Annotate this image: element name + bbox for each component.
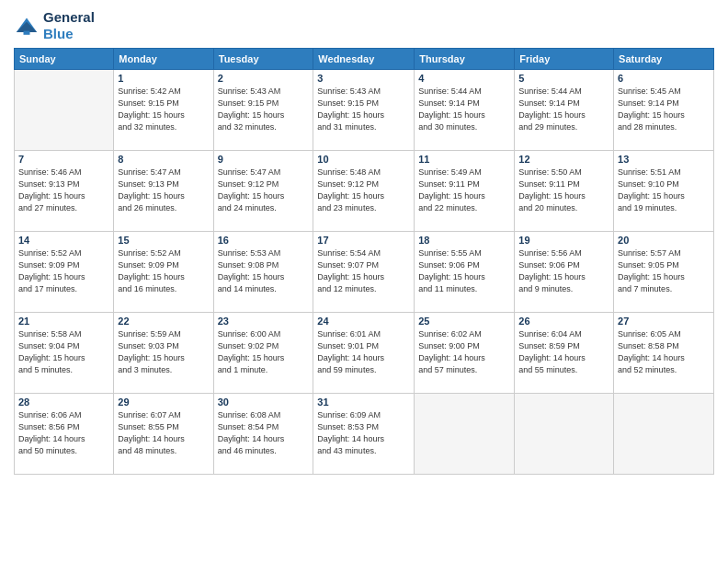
calendar-empty-cell — [15, 70, 114, 151]
day-number: 31 — [317, 396, 410, 408]
calendar-day-28: 28Sunrise: 6:06 AM Sunset: 8:56 PM Dayli… — [15, 394, 114, 475]
day-number: 12 — [518, 154, 609, 165]
day-number: 28 — [18, 396, 109, 408]
weekday-header-saturday: Saturday — [614, 49, 714, 70]
day-number: 14 — [18, 235, 109, 246]
calendar-day-8: 8Sunrise: 5:47 AM Sunset: 9:13 PM Daylig… — [114, 151, 213, 232]
day-info: Sunrise: 5:45 AM Sunset: 9:14 PM Dayligh… — [618, 86, 710, 133]
calendar-day-19: 19Sunrise: 5:56 AM Sunset: 9:06 PM Dayli… — [515, 232, 614, 313]
weekday-header-tuesday: Tuesday — [213, 49, 313, 70]
calendar-day-25: 25Sunrise: 6:02 AM Sunset: 9:00 PM Dayli… — [415, 313, 515, 394]
day-info: Sunrise: 6:02 AM Sunset: 9:00 PM Dayligh… — [418, 328, 510, 376]
calendar-day-16: 16Sunrise: 5:53 AM Sunset: 9:08 PM Dayli… — [213, 232, 313, 313]
day-number: 26 — [518, 316, 609, 327]
day-number: 19 — [518, 235, 609, 246]
day-info: Sunrise: 5:43 AM Sunset: 9:15 PM Dayligh… — [218, 86, 310, 133]
day-number: 6 — [618, 73, 710, 84]
calendar-week-row: 28Sunrise: 6:06 AM Sunset: 8:56 PM Dayli… — [15, 394, 714, 475]
calendar-day-6: 6Sunrise: 5:45 AM Sunset: 9:14 PM Daylig… — [614, 70, 714, 151]
day-info: Sunrise: 5:51 AM Sunset: 9:10 PM Dayligh… — [618, 167, 710, 214]
day-info: Sunrise: 5:42 AM Sunset: 9:15 PM Dayligh… — [118, 86, 209, 133]
weekday-header-friday: Friday — [515, 49, 614, 70]
logo-icon — [14, 13, 40, 39]
day-number: 10 — [317, 154, 410, 165]
calendar-table: SundayMondayTuesdayWednesdayThursdayFrid… — [14, 48, 714, 475]
calendar-day-11: 11Sunrise: 5:49 AM Sunset: 9:11 PM Dayli… — [415, 151, 515, 232]
calendar-day-14: 14Sunrise: 5:52 AM Sunset: 9:09 PM Dayli… — [15, 232, 114, 313]
day-info: Sunrise: 5:49 AM Sunset: 9:11 PM Dayligh… — [418, 167, 510, 214]
day-number: 7 — [18, 154, 109, 165]
calendar-day-13: 13Sunrise: 5:51 AM Sunset: 9:10 PM Dayli… — [614, 151, 714, 232]
day-info: Sunrise: 5:44 AM Sunset: 9:14 PM Dayligh… — [418, 86, 510, 133]
calendar-day-31: 31Sunrise: 6:09 AM Sunset: 8:53 PM Dayli… — [313, 394, 415, 475]
day-number: 3 — [317, 73, 410, 84]
day-info: Sunrise: 5:48 AM Sunset: 9:12 PM Dayligh… — [317, 167, 410, 214]
day-number: 17 — [317, 235, 410, 246]
svg-rect-2 — [24, 31, 30, 35]
day-info: Sunrise: 6:01 AM Sunset: 9:01 PM Dayligh… — [317, 328, 410, 376]
calendar-day-15: 15Sunrise: 5:52 AM Sunset: 9:09 PM Dayli… — [114, 232, 213, 313]
day-number: 29 — [118, 396, 209, 408]
day-number: 2 — [218, 73, 310, 84]
calendar-day-4: 4Sunrise: 5:44 AM Sunset: 9:14 PM Daylig… — [415, 70, 515, 151]
logo: General Blue — [14, 9, 95, 42]
day-info: Sunrise: 5:47 AM Sunset: 9:13 PM Dayligh… — [118, 167, 209, 214]
svg-marker-1 — [17, 22, 37, 32]
calendar-empty-cell — [415, 394, 515, 475]
day-number: 9 — [218, 154, 310, 165]
day-number: 27 — [618, 316, 710, 327]
day-info: Sunrise: 5:53 AM Sunset: 9:08 PM Dayligh… — [218, 247, 310, 295]
day-info: Sunrise: 6:05 AM Sunset: 8:58 PM Dayligh… — [618, 328, 710, 376]
day-info: Sunrise: 6:06 AM Sunset: 8:56 PM Dayligh… — [18, 409, 109, 457]
calendar-day-27: 27Sunrise: 6:05 AM Sunset: 8:58 PM Dayli… — [614, 313, 714, 394]
weekday-header-thursday: Thursday — [415, 49, 515, 70]
calendar-day-22: 22Sunrise: 5:59 AM Sunset: 9:03 PM Dayli… — [114, 313, 213, 394]
day-info: Sunrise: 6:09 AM Sunset: 8:53 PM Dayligh… — [317, 409, 410, 457]
calendar-day-12: 12Sunrise: 5:50 AM Sunset: 9:11 PM Dayli… — [515, 151, 614, 232]
day-number: 13 — [618, 154, 710, 165]
day-number: 24 — [317, 316, 410, 327]
day-number: 16 — [218, 235, 310, 246]
calendar-day-18: 18Sunrise: 5:55 AM Sunset: 9:06 PM Dayli… — [415, 232, 515, 313]
day-info: Sunrise: 5:55 AM Sunset: 9:06 PM Dayligh… — [418, 247, 510, 295]
calendar-day-3: 3Sunrise: 5:43 AM Sunset: 9:15 PM Daylig… — [313, 70, 415, 151]
day-number: 4 — [418, 73, 510, 84]
weekday-header-sunday: Sunday — [15, 49, 114, 70]
day-info: Sunrise: 5:54 AM Sunset: 9:07 PM Dayligh… — [317, 247, 410, 295]
day-info: Sunrise: 5:52 AM Sunset: 9:09 PM Dayligh… — [18, 247, 109, 295]
day-number: 15 — [118, 235, 209, 246]
day-number: 1 — [118, 73, 209, 84]
calendar-day-23: 23Sunrise: 6:00 AM Sunset: 9:02 PM Dayli… — [213, 313, 313, 394]
calendar-day-30: 30Sunrise: 6:08 AM Sunset: 8:54 PM Dayli… — [213, 394, 313, 475]
day-info: Sunrise: 5:50 AM Sunset: 9:11 PM Dayligh… — [518, 167, 609, 214]
day-number: 23 — [218, 316, 310, 327]
calendar-day-9: 9Sunrise: 5:47 AM Sunset: 9:12 PM Daylig… — [213, 151, 313, 232]
calendar-day-20: 20Sunrise: 5:57 AM Sunset: 9:05 PM Dayli… — [614, 232, 714, 313]
day-number: 11 — [418, 154, 510, 165]
calendar-week-row: 21Sunrise: 5:58 AM Sunset: 9:04 PM Dayli… — [15, 313, 714, 394]
calendar-day-1: 1Sunrise: 5:42 AM Sunset: 9:15 PM Daylig… — [114, 70, 213, 151]
calendar-day-24: 24Sunrise: 6:01 AM Sunset: 9:01 PM Dayli… — [313, 313, 415, 394]
day-info: Sunrise: 5:46 AM Sunset: 9:13 PM Dayligh… — [18, 167, 109, 214]
day-info: Sunrise: 5:56 AM Sunset: 9:06 PM Dayligh… — [518, 247, 609, 295]
calendar-container: General Blue SundayMondayTuesdayWednesda… — [0, 0, 728, 563]
calendar-empty-cell — [614, 394, 714, 475]
calendar-day-5: 5Sunrise: 5:44 AM Sunset: 9:14 PM Daylig… — [515, 70, 614, 151]
header: General Blue — [14, 9, 714, 42]
day-info: Sunrise: 6:04 AM Sunset: 8:59 PM Dayligh… — [518, 328, 609, 376]
calendar-day-2: 2Sunrise: 5:43 AM Sunset: 9:15 PM Daylig… — [213, 70, 313, 151]
day-info: Sunrise: 6:08 AM Sunset: 8:54 PM Dayligh… — [218, 409, 310, 457]
day-number: 21 — [18, 316, 109, 327]
day-info: Sunrise: 5:59 AM Sunset: 9:03 PM Dayligh… — [118, 328, 209, 376]
calendar-week-row: 1Sunrise: 5:42 AM Sunset: 9:15 PM Daylig… — [15, 70, 714, 151]
day-info: Sunrise: 5:57 AM Sunset: 9:05 PM Dayligh… — [618, 247, 710, 295]
day-number: 25 — [418, 316, 510, 327]
day-info: Sunrise: 5:44 AM Sunset: 9:14 PM Dayligh… — [518, 86, 609, 133]
calendar-day-10: 10Sunrise: 5:48 AM Sunset: 9:12 PM Dayli… — [313, 151, 415, 232]
day-info: Sunrise: 5:43 AM Sunset: 9:15 PM Dayligh… — [317, 86, 410, 133]
weekday-header-wednesday: Wednesday — [313, 49, 415, 70]
day-number: 30 — [218, 396, 310, 408]
calendar-day-7: 7Sunrise: 5:46 AM Sunset: 9:13 PM Daylig… — [15, 151, 114, 232]
day-number: 20 — [618, 235, 710, 246]
day-info: Sunrise: 6:00 AM Sunset: 9:02 PM Dayligh… — [218, 328, 310, 376]
